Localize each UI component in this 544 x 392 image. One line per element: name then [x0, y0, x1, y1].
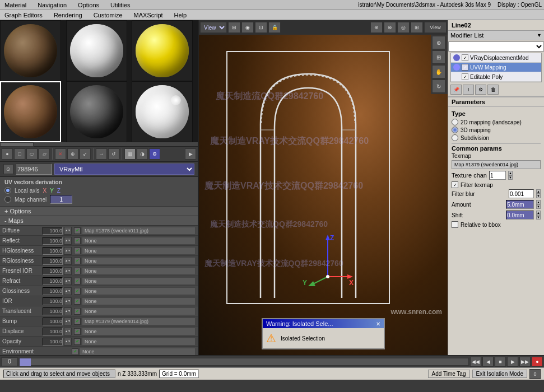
timeline-stop-btn[interactable]: ■ [495, 357, 506, 367]
map-spinner-bump[interactable]: ▲▼ [64, 318, 72, 325]
map-btn-ior[interactable]: None [82, 297, 196, 305]
map-btn-hglossiness[interactable]: None [82, 247, 196, 255]
exit-isolation-btn[interactable]: Exit Isolation Mode [472, 370, 528, 378]
map-value-fresnelior[interactable] [43, 267, 63, 275]
texture-chan-spinner[interactable]: ▲ ▼ [508, 171, 513, 180]
menu-material[interactable]: Material [2, 1, 29, 9]
modifier-item-editablepoly[interactable]: ✓ Editable Poly [451, 72, 541, 82]
map-spinner-opacity[interactable]: ▲▼ [64, 338, 72, 346]
map-spinner-translucent[interactable]: ▲▼ [64, 307, 72, 315]
mat-ctrl-x-btn[interactable]: ✕ [55, 148, 66, 160]
mat-ctrl-backlight-btn[interactable]: ◑ [137, 148, 148, 160]
map-btn-bump[interactable]: Map #1379 (sweden014.jpg) [82, 318, 196, 325]
add-time-tag-btn[interactable]: Add Time Tag [428, 370, 470, 378]
viewport-label-dropdown[interactable]: View [200, 22, 227, 33]
menu-help[interactable]: Help [172, 11, 189, 19]
menu-graph-editors[interactable]: Graph Editors [2, 11, 45, 19]
map-check-reflect[interactable]: ✓ [74, 237, 81, 244]
viewport-toolbar-btn-8[interactable]: ⊞ [411, 22, 423, 33]
mat-ctrl-cylinder-btn[interactable]: ⬭ [26, 148, 38, 160]
shift-spinner[interactable]: ▲ ▼ [536, 211, 541, 220]
map-value-opacity[interactable] [43, 338, 63, 346]
map-value-reflect[interactable] [43, 237, 63, 245]
map-spinner-displace[interactable]: ▲▼ [64, 328, 72, 335]
mat-sphere-1[interactable] [0, 20, 61, 81]
viewport-toolbar-btn-1[interactable]: ⊞ [228, 22, 240, 33]
map-value-refract[interactable] [43, 277, 63, 285]
map-btn-diffuse[interactable]: Map #1378 (sweden011.jpg) [82, 227, 196, 235]
mat-ctrl-bg-btn[interactable]: ▦ [124, 148, 136, 160]
menu-utilities[interactable]: Utilities [108, 1, 132, 9]
map-check-hglossiness[interactable]: ✓ [74, 248, 81, 254]
modifier-dropdown[interactable] [448, 41, 544, 52]
axis-z-btn[interactable]: Z [57, 188, 61, 194]
menu-maxscript[interactable]: MAXScript [132, 11, 165, 19]
texmap-btn[interactable]: Map #1379 (sweden014.jpg) [452, 160, 541, 169]
mat-sphere-6[interactable] [132, 81, 193, 142]
viewport-toolbar-btn-4[interactable]: 🔒 [268, 22, 281, 33]
menu-options[interactable]: Options [76, 1, 101, 9]
axis-x-btn[interactable]: X [43, 188, 47, 194]
mat-ctrl-options-btn[interactable]: ⚙ [149, 148, 160, 160]
timeline-end-btn[interactable]: ▶▶ [519, 357, 531, 367]
map-btn-opacity[interactable]: None [82, 338, 196, 346]
mod-tool-pin[interactable]: 📌 [450, 85, 462, 95]
mat-ctrl-reset-btn[interactable]: ↺ [108, 148, 119, 160]
map-btn-glossiness[interactable]: None [82, 287, 196, 295]
mat-id-input[interactable] [16, 164, 52, 175]
map-check-glossiness[interactable]: ✓ [74, 288, 81, 295]
map-spinner-rglossiness[interactable]: ▲▼ [64, 257, 72, 265]
mat-ctrl-sphere-btn[interactable]: ● [2, 148, 13, 160]
map-value-diffuse[interactable] [43, 227, 63, 235]
mat-type-dropdown[interactable]: VRayMtl [54, 164, 194, 175]
vp-rotate-btn[interactable]: ↻ [432, 80, 445, 93]
filter-texmap-checkbox[interactable]: ✓ [452, 181, 458, 188]
timeline-frame-input[interactable]: 0 [1, 357, 18, 366]
mat-ctrl-box-btn[interactable]: □ [14, 148, 25, 160]
mat-ctrl-video-color-btn[interactable]: ▶ [185, 148, 196, 160]
map-value-ior[interactable] [43, 297, 63, 305]
map-check-refract[interactable]: ✓ [74, 278, 81, 284]
viewport-toolbar-btn-2[interactable]: ◉ [241, 22, 254, 33]
texture-chan-input[interactable] [489, 171, 506, 180]
viewport-toolbar-btn-6[interactable]: ⊗ [384, 22, 396, 33]
map-spinner-hglossiness[interactable]: ▲▼ [64, 247, 72, 255]
map-check-rglossiness[interactable]: ✓ [74, 258, 81, 264]
mod-tool-highlight[interactable]: I [463, 85, 474, 95]
mat-eyedropper-btn[interactable]: ⊙ [3, 164, 13, 174]
mod-tool-delete[interactable]: 🗑 [487, 85, 499, 95]
type-2d-radio[interactable] [452, 119, 458, 125]
mod-tool-settings[interactable]: ⚙ [475, 85, 486, 95]
mat-sphere-4[interactable] [0, 81, 61, 142]
maps-section-header[interactable]: - Maps [0, 216, 198, 226]
vp-pan-btn[interactable]: ✋ [432, 65, 445, 78]
map-btn-fresnelior[interactable]: None [82, 267, 196, 275]
map-btn-reflect[interactable]: None [82, 237, 196, 245]
relative-bbox-checkbox[interactable] [452, 221, 458, 228]
menu-customize[interactable]: Customize [91, 11, 125, 19]
mat-ctrl-get-btn[interactable]: ↙ [80, 148, 91, 160]
map-spinner-reflect[interactable]: ▲▼ [64, 237, 72, 245]
modifier-item-uvwmapping[interactable]: ✓ UVW Mapping [451, 63, 541, 72]
map-check-ior[interactable]: ✓ [74, 298, 81, 305]
map-btn-environment[interactable]: None [80, 348, 196, 356]
viewport-scene[interactable]: Z X Y 魔天制造流QQ群29842760 魔天制造VRAY技术交流QQ群29… [199, 35, 448, 355]
viewport-toolbar-btn-7[interactable]: ◎ [397, 22, 410, 33]
mat-sphere-5[interactable] [66, 81, 127, 142]
timeline-record-btn[interactable]: ● [532, 357, 543, 367]
type-3d-radio[interactable] [452, 127, 458, 133]
map-spinner-ior[interactable]: ▲▼ [64, 297, 72, 305]
warning-close-btn[interactable]: ✕ [376, 321, 380, 327]
amount-input[interactable] [506, 200, 534, 209]
map-check-displace[interactable]: ✓ [74, 328, 81, 335]
viewport-toolbar-btn-5[interactable]: ⊕ [370, 22, 383, 33]
warning-title-bar[interactable]: Warning: Isolated Sele... ✕ [263, 319, 384, 328]
map-btn-rglossiness[interactable]: None [82, 257, 196, 265]
menu-navigation[interactable]: Navigation [35, 1, 69, 9]
map-btn-refract[interactable]: None [82, 277, 196, 285]
viewport-toolbar-btn-3[interactable]: ⊡ [255, 22, 267, 33]
map-spinner-glossiness[interactable]: ▲▼ [64, 287, 72, 295]
vp-zoom-btn[interactable]: ⊕ [432, 36, 445, 49]
map-channel-radio[interactable] [4, 196, 11, 203]
map-check-bump[interactable]: ✓ [74, 318, 81, 325]
